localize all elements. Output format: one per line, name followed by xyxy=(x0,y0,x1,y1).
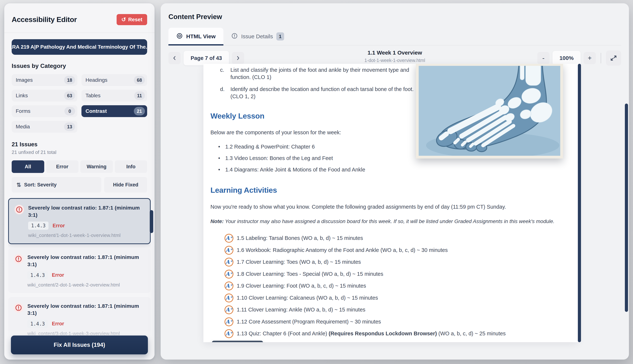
list-item: c. List and classify the joints of the f… xyxy=(220,66,416,81)
tab-label: HTML View xyxy=(186,33,216,40)
sort-row: ⇅ Sort: Severity Hide Fixed xyxy=(12,177,147,192)
severity-filter-tabs: All Error Warning Info xyxy=(12,160,147,173)
reset-button[interactable]: ↺ Reset xyxy=(117,14,147,25)
wcag-criterion-badge: 1.4.3 xyxy=(28,320,48,328)
error-circle-icon xyxy=(15,205,24,214)
panel-scrollbar[interactable] xyxy=(625,104,628,312)
category-links[interactable]: Links 63 xyxy=(12,90,77,102)
filter-tab-warning[interactable]: Warning xyxy=(80,160,113,173)
tab-label: Issue Details xyxy=(241,33,273,40)
issue-card[interactable]: Severely low contrast ratio: 1.87:1 (min… xyxy=(8,248,151,293)
panel-title: Content Preview xyxy=(168,13,222,21)
issues-count-subheading: 21 unfixed of 21 total xyxy=(12,150,147,155)
content-preview-panel: Content Preview HTML View Issue Details … xyxy=(161,3,629,360)
document-filename: 1-dot-1-week-1-overview.html xyxy=(364,58,425,63)
assignment-item: A⁺ 1.6 Workbook: Radiographic Anatomy of… xyxy=(225,244,570,256)
foot-xray-image xyxy=(416,64,563,158)
category-count-badge: 68 xyxy=(134,76,145,84)
category-count-badge: 0 xyxy=(65,107,75,116)
category-count-badge: 11 xyxy=(134,91,145,100)
sidebar-body: LRA 219 A|P Pathology And Medical Termin… xyxy=(4,33,155,360)
bullet-icon: • xyxy=(218,143,221,150)
learning-activities-heading: Learning Activities xyxy=(210,185,570,195)
learning-activities-intro: Now you're ready to show what you know. … xyxy=(210,203,570,210)
issue-count-badge: 1 xyxy=(276,32,284,40)
category-count-badge: 18 xyxy=(64,76,75,84)
error-circle-icon xyxy=(14,303,23,312)
grade-a-plus-icon: A⁺ xyxy=(225,318,233,326)
severity-label: Error xyxy=(53,223,65,228)
assignment-item: A⁺ 1.8 Clover Learning: Toes - Special (… xyxy=(225,268,570,280)
graded-assignments-list: A⁺ 1.5 Labeling: Tarsal Bones (WO a, b, … xyxy=(210,232,570,340)
grade-a-plus-icon: A⁺ xyxy=(225,305,233,314)
grade-a-plus-icon: A⁺ xyxy=(225,294,233,302)
preview-tabs: HTML View Issue Details 1 xyxy=(168,28,621,46)
filter-tab-error[interactable]: Error xyxy=(46,160,79,173)
category-headings[interactable]: Headings 68 xyxy=(82,74,147,86)
severity-label: Error xyxy=(52,272,64,278)
foot-xray-illustration xyxy=(419,66,560,156)
list-item: d. Identify and describe the location an… xyxy=(220,86,416,100)
sort-label: Sort: Severity xyxy=(24,182,57,188)
category-grid: Images 18 Headings 68 Links 63 Tables 11… xyxy=(12,74,147,132)
assignment-item: A⁺ 1.11 Clover Learning: Ankle (WO a, b,… xyxy=(225,304,570,316)
category-images[interactable]: Images 18 xyxy=(12,74,77,86)
sidebar-footer: Fix All Issues (194) xyxy=(4,330,155,360)
assignment-item: A⁺ 1.10 Clover Learning: Calcaneus (WO a… xyxy=(225,292,570,304)
assignment-item: A⁺ 1.5 Labeling: Tarsal Bones (WO a, b, … xyxy=(225,232,570,244)
tab-html-view[interactable]: HTML View xyxy=(168,28,223,45)
previous-page-button[interactable] xyxy=(168,52,181,64)
sort-arrows-icon: ⇅ xyxy=(17,182,21,188)
issue-file-path: wiki_content/1-dot-1-week-1-overview.htm… xyxy=(28,232,144,238)
issue-title: Severely low contrast ratio: 1.87:1 (min… xyxy=(28,254,145,268)
grade-a-plus-icon: A⁺ xyxy=(225,234,233,243)
grade-a-plus-icon: A⁺ xyxy=(225,258,233,266)
category-media[interactable]: Media 13 xyxy=(12,121,77,132)
grade-a-plus-icon: A⁺ xyxy=(225,282,233,290)
tab-issue-details[interactable]: Issue Details 1 xyxy=(223,28,292,45)
category-contrast[interactable]: Contrast 21 xyxy=(82,105,147,117)
issues-list-scrollbar[interactable] xyxy=(150,210,153,233)
issue-card[interactable]: Severely low contrast ratio: 1.87:1 (min… xyxy=(8,198,151,244)
document-title: 1.1 Week 1 Overview xyxy=(364,50,425,56)
grade-a-plus-icon: A⁺ xyxy=(225,329,233,338)
zoom-out-button[interactable]: - xyxy=(537,52,549,64)
bullet-icon: • xyxy=(218,155,221,162)
eye-icon xyxy=(176,32,183,40)
issue-file-path: wiki_content/2-dot-1-week-2-overview.htm… xyxy=(28,282,145,288)
category-tables[interactable]: Tables 11 xyxy=(82,90,147,102)
filter-tab-info[interactable]: Info xyxy=(115,160,147,173)
assignment-item: A⁺ 1.9 Clover Learning: Foot (WO a, b, c… xyxy=(225,280,570,292)
fullscreen-button[interactable] xyxy=(606,50,621,66)
categories-heading: Issues by Category xyxy=(12,62,147,69)
error-circle-icon xyxy=(14,254,23,264)
next-page-button[interactable] xyxy=(232,52,244,64)
assignment-item: A⁺ 1.12 Core Assessment (Program Require… xyxy=(225,316,570,328)
low-contrast-tooltip: Low Color Contrast xyxy=(212,341,263,342)
toolbar-divider xyxy=(600,53,601,64)
document-scrollbar[interactable] xyxy=(578,64,581,342)
category-forms[interactable]: Forms 0 xyxy=(12,105,77,117)
bullet-icon: • xyxy=(218,166,221,173)
zoom-in-button[interactable]: + xyxy=(583,52,596,64)
course-selector[interactable]: LRA 219 A|P Pathology And Medical Termin… xyxy=(12,39,147,55)
fix-all-issues-button[interactable]: Fix All Issues (194) xyxy=(11,336,148,354)
assignment-item: A⁺ 1.13 Quiz: Chapter 6 (Foot and Ankle)… xyxy=(225,328,570,340)
hide-fixed-toggle[interactable]: Hide Fixed xyxy=(104,177,147,192)
objectives-list: c. List and classify the joints of the f… xyxy=(220,66,416,100)
wcag-criterion-badge: 1.4.3 xyxy=(28,271,48,279)
category-count-badge: 21 xyxy=(134,107,145,116)
severity-label: Error xyxy=(52,321,64,327)
reset-icon: ↺ xyxy=(121,17,126,22)
sort-dropdown[interactable]: ⇅ Sort: Severity xyxy=(12,177,101,192)
accessibility-editor-sidebar: Accessibility Editor ↺ Reset LRA 219 A|P… xyxy=(4,3,155,360)
category-count-badge: 63 xyxy=(64,91,75,100)
filter-tab-all[interactable]: All xyxy=(12,160,44,173)
issue-title: Severely low contrast ratio: 1.87:1 (min… xyxy=(28,302,145,317)
issue-title: Severely low contrast ratio: 1.87:1 (min… xyxy=(28,204,144,218)
zoom-level[interactable]: 100% xyxy=(552,51,581,65)
instructor-note: Note: Your instructor may also have assi… xyxy=(210,218,570,225)
list-item: • 1.4 Diagrams: Ankle Joint & Motions of… xyxy=(218,166,570,173)
page-indicator: Page 7 of 43 xyxy=(184,51,229,65)
issues-count-heading: 21 Issues xyxy=(12,141,147,148)
